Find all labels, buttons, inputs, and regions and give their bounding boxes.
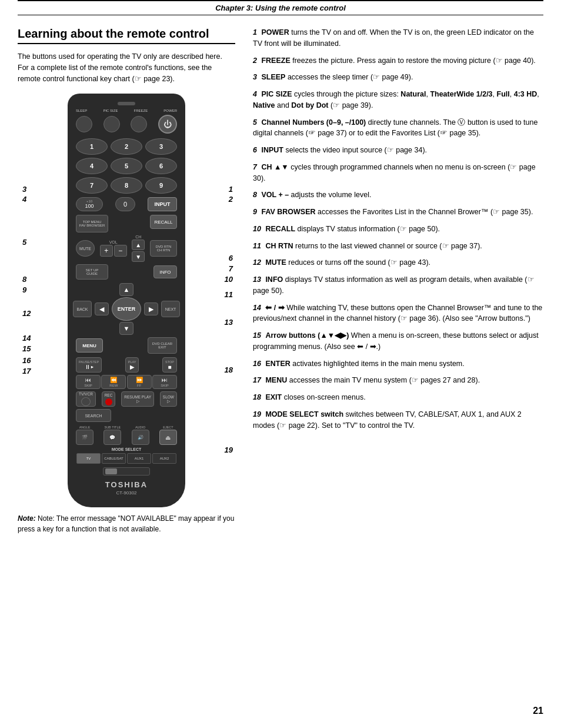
list-item: 6 INPUT selects the video input source (…	[253, 145, 543, 156]
stop-button[interactable]: STOP ■	[162, 357, 177, 373]
rew-label: REW	[109, 384, 118, 387]
search-button[interactable]: SEARCH	[76, 409, 111, 422]
slow-button[interactable]: SLOW ▷	[160, 391, 177, 407]
num-7-button[interactable]: 7	[76, 177, 108, 194]
callout-17: 17	[22, 367, 31, 375]
skip-back-label: SKIP	[84, 384, 92, 387]
num-4-button[interactable]: 4	[76, 158, 108, 174]
top-buttons-row: ⏻	[76, 115, 177, 134]
num-5-button[interactable]: 5	[111, 158, 142, 174]
list-item: 5 Channel Numbers (0–9, –/100) directly …	[253, 117, 543, 139]
item-3-text: accesses the sleep timer (☞ page 49).	[288, 73, 413, 81]
arrow-right-button[interactable]: ▶	[144, 302, 158, 315]
dvd-clear-button[interactable]: DVD CLEAR EXIT	[148, 337, 177, 354]
page-header: Chapter 3: Using the remote control	[18, 0, 543, 15]
selector-slider[interactable]	[103, 467, 150, 476]
skip-back-icon: ⏮	[85, 377, 91, 383]
list-item: 8 VOL + – adjusts the volume level.	[253, 190, 543, 201]
enter-button[interactable]: ENTER	[112, 297, 141, 321]
exit-label: EXIT	[158, 345, 166, 349]
vol-up-button[interactable]: +	[100, 245, 113, 257]
mode-aux2-button[interactable]: AUX2	[152, 453, 176, 464]
dvd-rtn-button[interactable]: DVD RTN CH RTN	[150, 240, 177, 257]
picsize-button[interactable]	[103, 116, 120, 132]
row-rec: TV/VCR REC RESUME PLAY ▷ SLOW ▷	[76, 391, 177, 407]
pause-step-icon: ⏸▶	[85, 364, 94, 370]
angle-group: ANGLE 🎬	[76, 426, 94, 445]
mode-cablesat-button[interactable]: CABLE/SAT	[102, 453, 126, 464]
item-8-text: adjusts the volume level.	[291, 191, 372, 199]
num-8-button[interactable]: 8	[111, 177, 142, 194]
power-label: POWER	[163, 109, 177, 112]
eject-button[interactable]: ⏏	[159, 430, 177, 445]
ch-up-button[interactable]: ▲	[132, 240, 145, 250]
audio-group: AUDIO 🔊	[132, 426, 149, 445]
mute-button[interactable]: MUTE	[76, 240, 95, 257]
back-button[interactable]: BACK	[73, 301, 92, 317]
play-button[interactable]: PLAY ▶	[125, 357, 139, 373]
num-9-button[interactable]: 9	[145, 177, 177, 194]
skip-fwd-button[interactable]: ⏭ SKIP	[152, 375, 177, 389]
callout-19: 19	[225, 446, 233, 454]
top-menu-fav-button[interactable]: TOP MENU FAV BROWSER	[76, 215, 108, 232]
list-item: 16 ENTER activates highlighted items in …	[253, 358, 543, 370]
power-button[interactable]: ⏻	[158, 115, 177, 134]
freeze-button[interactable]	[131, 116, 147, 132]
angle-label: ANGLE	[79, 426, 91, 429]
mode-select-label: MODE SELECT	[76, 447, 177, 451]
header-text: Chapter 3: Using the remote control	[215, 4, 346, 12]
setup-button[interactable]: SET UP GUIDE	[76, 264, 108, 280]
selector-row	[76, 467, 177, 476]
input-button[interactable]: INPUT	[148, 197, 177, 211]
arrow-left-button[interactable]: ◀	[95, 302, 109, 315]
arrow-down-button[interactable]: ▼	[119, 322, 133, 335]
ch-down-button[interactable]: ▼	[132, 251, 145, 262]
list-item: 9 FAV BROWSER accesses the Favorites Lis…	[253, 207, 543, 218]
rew-button[interactable]: ⏪ REW	[101, 375, 126, 389]
menu-button[interactable]: MENU	[76, 338, 103, 353]
item-10-text: displays TV status information (☞ page 5…	[298, 225, 440, 233]
tv-vcr-label: TV/VCR	[79, 392, 93, 396]
sleep-button[interactable]	[76, 116, 92, 132]
num-2-button[interactable]: 2	[111, 138, 142, 155]
next-button[interactable]: NEXT	[161, 301, 180, 317]
num-100-button[interactable]: +10 100	[76, 197, 103, 211]
list-item: 4 PIC SIZE cycles through the picture si…	[253, 89, 543, 111]
list-item: 10 RECALL displays TV status information…	[253, 224, 543, 235]
tv-vcr-button[interactable]: TV/VCR	[76, 391, 96, 407]
resume-play-label: RESUME PLAY	[124, 395, 151, 399]
ff-button[interactable]: ⏩ FF	[127, 375, 152, 389]
item-12-text: reduces or turns off the sound (☞ page 4…	[288, 258, 430, 267]
note-text: Note: Note: The error message "NOT AVAIL…	[18, 513, 235, 534]
resume-play-button[interactable]: RESUME PLAY ▷	[121, 391, 154, 407]
pause-step-button[interactable]: PAUSE/STEP ⏸▶	[76, 357, 102, 373]
row-skip: ⏮ SKIP ⏪ REW ⏩ FF ⏭ SKIP	[76, 375, 177, 389]
row-menu-exit: MENU DVD CLEAR EXIT	[76, 337, 177, 354]
eject-group: EJECT ⏏	[159, 426, 177, 445]
info-button[interactable]: INFO	[153, 265, 177, 278]
resume-play-icon: ▷	[136, 399, 139, 404]
callout-11: 11	[225, 290, 233, 299]
num-0-button[interactable]: 0	[115, 197, 135, 211]
row-search: SEARCH	[76, 409, 177, 422]
rec-button[interactable]: REC	[102, 391, 116, 407]
angle-button[interactable]: 🎬	[76, 430, 94, 445]
note-bold: Note:	[18, 514, 36, 523]
item-6-text: selects the video input source (☞ page 3…	[285, 146, 427, 154]
mode-tv-button[interactable]: TV	[76, 453, 101, 464]
num-1-button[interactable]: 1	[76, 138, 108, 155]
skip-back-button[interactable]: ⏮ SKIP	[76, 375, 101, 389]
mode-aux1-button[interactable]: AUX1	[127, 453, 151, 464]
audio-button[interactable]: 🔊	[132, 430, 149, 445]
num-6-button[interactable]: 6	[145, 158, 177, 174]
item-2-text: freezes the picture. Press again to rest…	[292, 56, 536, 65]
arrow-up-button[interactable]: ▲	[119, 283, 133, 296]
num-3-button[interactable]: 3	[145, 138, 177, 155]
recall-button[interactable]: RECALL	[150, 215, 177, 229]
list-item: 2 FREEZE freezes the picture. Press agai…	[253, 55, 543, 67]
subtitle-button[interactable]: 💬	[103, 430, 121, 445]
mode-select-row: TV CABLE/SAT AUX1 AUX2	[76, 453, 177, 464]
callout-8: 8	[22, 275, 26, 284]
item-9-text: accesses the Favorites List in the Chann…	[318, 208, 533, 216]
vol-down-button[interactable]: −	[114, 245, 127, 257]
